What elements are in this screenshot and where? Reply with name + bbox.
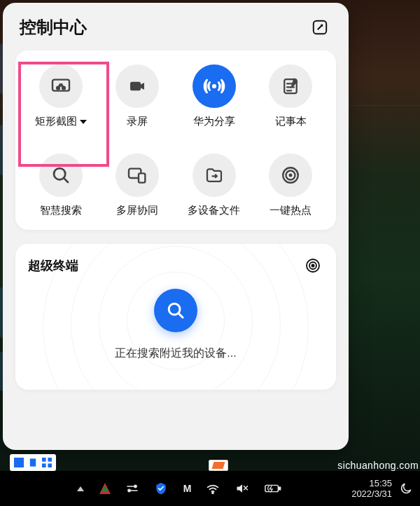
volume-mute-icon[interactable] xyxy=(235,482,249,495)
taskbar-clock[interactable]: 15:35 2022/3/31 xyxy=(351,478,392,500)
battery-charging-icon[interactable] xyxy=(265,483,281,494)
svg-point-15 xyxy=(312,264,314,266)
tile-instant-hotspot[interactable]: 一键热点 xyxy=(255,153,327,217)
svg-point-24 xyxy=(212,492,214,493)
notepad-icon xyxy=(280,76,301,97)
svg-rect-26 xyxy=(279,487,281,490)
folder-share-icon xyxy=(204,165,225,186)
taskbar: M 15:35 2022/3/31 xyxy=(0,471,420,506)
super-terminal-settings-button[interactable] xyxy=(302,255,323,276)
svg-rect-19 xyxy=(48,458,52,462)
tile-multi-screen[interactable]: 多屏协同 xyxy=(102,153,174,217)
svg-rect-9 xyxy=(139,173,145,182)
tile-label: 矩形截图 xyxy=(35,115,77,128)
tile-label: 记事本 xyxy=(275,115,307,128)
watermark-text: sichuanhong.com xyxy=(337,460,419,471)
tile-notepad[interactable]: 记事本 xyxy=(255,64,327,128)
super-terminal-status: 正在搜索附近我的设备... xyxy=(115,346,236,361)
system-tray: M xyxy=(7,481,351,495)
tile-label: 华为分享 xyxy=(193,115,235,128)
clock-time: 15:35 xyxy=(369,478,392,488)
super-terminal-card: 超级终端 正在搜索附近我的设备... xyxy=(15,244,336,390)
target-icon xyxy=(304,257,321,274)
app-icon xyxy=(14,458,24,467)
tile-record[interactable]: 录屏 xyxy=(102,64,174,128)
tile-smart-search[interactable]: 智慧搜索 xyxy=(25,153,97,217)
pinned-mini-tray[interactable] xyxy=(10,454,56,471)
tray-overflow-button[interactable] xyxy=(77,486,84,491)
svg-rect-18 xyxy=(42,458,46,462)
edit-button[interactable] xyxy=(308,15,332,39)
video-camera-icon xyxy=(127,76,148,97)
tile-huawei-share[interactable]: 华为分享 xyxy=(178,64,250,128)
tile-label: 智慧搜索 xyxy=(40,204,82,217)
panel-title: 控制中心 xyxy=(20,16,87,39)
tile-label: 多设备文件 xyxy=(188,204,240,217)
svg-rect-21 xyxy=(48,463,52,467)
svg-rect-4 xyxy=(130,82,141,91)
network-settings-icon[interactable] xyxy=(126,483,139,494)
tile-multi-device-files[interactable]: 多设备文件 xyxy=(178,153,250,217)
tile-label: 录屏 xyxy=(127,115,148,128)
app-icon xyxy=(28,458,38,467)
super-terminal-search-button[interactable] xyxy=(154,289,197,332)
screenshot-icon xyxy=(50,75,72,97)
tile-label: 多屏协同 xyxy=(116,204,158,217)
quick-tiles-grid: 矩形截图 录屏 xyxy=(25,64,326,217)
svg-point-5 xyxy=(212,84,216,88)
app-icon xyxy=(42,458,52,467)
multi-screen-icon xyxy=(126,164,148,186)
quick-tiles-card: 矩形截图 录屏 xyxy=(15,50,336,230)
svg-point-23 xyxy=(128,489,130,491)
security-app-icon[interactable] xyxy=(154,481,168,495)
search-icon xyxy=(165,300,186,321)
tile-label: 一键热点 xyxy=(270,204,312,217)
taskbar-app-thumbnail[interactable] xyxy=(209,460,228,471)
panel-header: 控制中心 xyxy=(15,15,336,39)
svg-rect-20 xyxy=(42,463,46,467)
clock-date: 2022/3/31 xyxy=(351,488,392,499)
hotspot-icon xyxy=(280,165,301,186)
caret-down-icon[interactable] xyxy=(80,120,87,124)
svg-point-10 xyxy=(289,174,293,177)
tray-app-icon[interactable] xyxy=(99,483,111,494)
search-icon xyxy=(50,165,71,186)
control-center-panel: 控制中心 矩形截图 xyxy=(3,3,349,450)
broadcast-icon xyxy=(202,74,226,98)
focus-assist-icon[interactable] xyxy=(399,481,413,495)
svg-rect-17 xyxy=(14,458,24,467)
tile-screenshot[interactable]: 矩形截图 xyxy=(25,64,97,128)
tray-app-m-icon[interactable]: M xyxy=(183,483,191,494)
svg-point-22 xyxy=(134,485,136,487)
wifi-icon[interactable] xyxy=(206,483,220,494)
